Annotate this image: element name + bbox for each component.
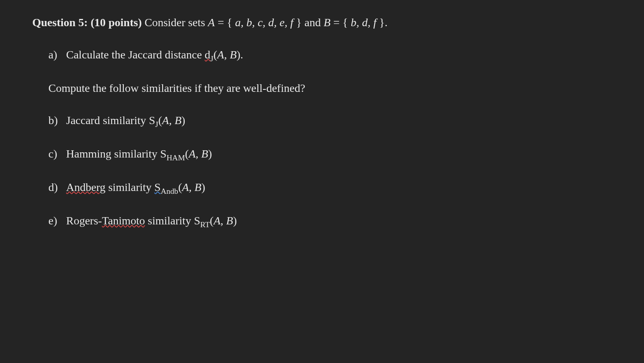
close-paren: ) [233,214,237,227]
var-a: A [217,48,224,61]
item-label: a) [48,46,66,63]
item-e: e) Rogers-Tanimoto similarity SRT(A, B) [48,212,612,230]
srt-sub: RT [200,220,210,229]
item-c-prefix: Hamming similarity S [66,147,167,160]
var-a: A [214,214,221,227]
sep: , [224,48,230,61]
sham-sub: HAM [167,153,185,162]
close-paren: ). [237,48,243,61]
var-a: A [182,181,189,193]
item-e-mid: similarity S [145,214,200,227]
sep: , [169,114,175,127]
item-d: d) Andberg similarity SAndb(A, B) [48,179,612,197]
sep: , [189,181,194,193]
item-content: Jaccard similarity SJ(A, B) [66,112,185,130]
instruction: Compute the follow similarities if they … [48,80,612,97]
question-points: (10 points) [91,16,142,29]
item-content: Andberg similarity SAndb(A, B) [66,179,205,197]
var-b: B [194,181,201,193]
item-content: Rogers-Tanimoto similarity SRT(A, B) [66,212,237,230]
item-label: b) [48,112,66,129]
open-paren: ( [178,181,182,193]
item-a: a) Calculate the Jaccard distance dJ(A, … [48,46,612,64]
item-label: d) [48,179,66,196]
s-letter: S [154,181,161,193]
var-b: B [201,147,208,160]
set-b-eq: = { [333,16,348,29]
sandb-notation: SAndb [154,181,178,193]
var-b: B [230,48,237,61]
item-b: b) Jaccard similarity SJ(A, B) [48,112,612,130]
item-a-prefix: Calculate the Jaccard distance [66,48,205,61]
item-d-mid: similarity [105,181,154,193]
sandb-sub: Andb [160,187,178,195]
var-a: A [189,147,196,160]
open-paren: ( [158,114,162,127]
item-label: e) [48,212,66,229]
item-c: c) Hamming similarity SHAM(A, B) [48,145,612,164]
fn-d: d [205,48,210,61]
open-paren: ( [213,48,217,61]
prompt-prefix: Consider sets [144,16,208,29]
close-paren: ) [181,114,185,127]
question-body: a) Calculate the Jaccard distance dJ(A, … [32,46,612,230]
sep: , [221,214,226,227]
close-paren: ) [208,147,212,160]
open-paren: ( [185,147,189,160]
var-b: B [226,214,233,227]
sep: , [196,147,201,160]
dj-notation: dJ [205,48,214,61]
set-b-members: b, d, f [351,16,377,29]
var-b: B [175,114,181,127]
question-number: Question 5: [32,16,88,29]
set-a-members: a, b, c, d, e, f [235,16,294,29]
item-content: Hamming similarity SHAM(A, B) [66,145,212,164]
set-a-eq: = { [218,16,232,29]
open-paren: ( [210,214,213,227]
tanimoto-word: Tanimoto [102,214,145,227]
question-header: Question 5: (10 points) Consider sets A … [32,14,612,31]
item-b-prefix: Jaccard similarity S [66,114,155,127]
item-content: Calculate the Jaccard distance dJ(A, B). [66,46,243,64]
item-e-prefix1: Rogers- [66,214,102,227]
andberg-word: Andberg [66,181,105,193]
set-b-name: B [323,16,330,29]
var-a: A [162,114,169,127]
set-b-close: }. [379,16,388,29]
item-label: c) [48,145,66,162]
set-a-close: } and [296,16,324,29]
set-a-name: A [208,16,215,29]
close-paren: ) [201,181,205,193]
